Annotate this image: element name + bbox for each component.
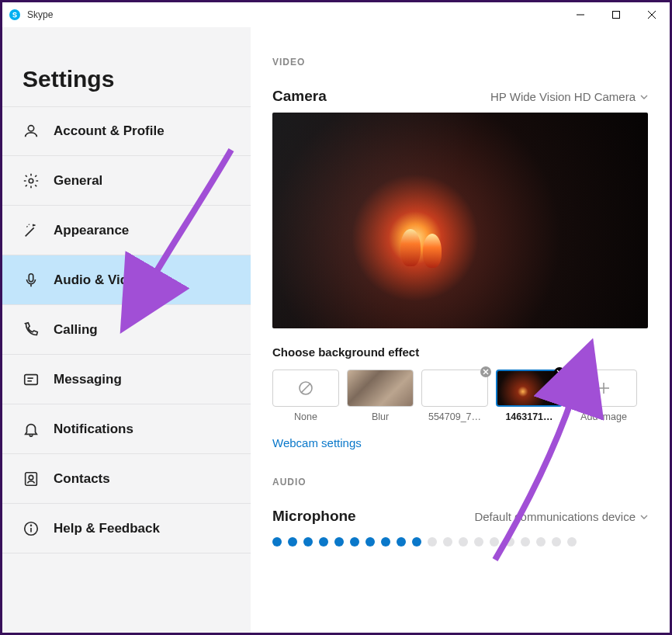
microphone-selector[interactable]: Default communications device bbox=[474, 510, 648, 523]
background-effect-option[interactable]: 1463171… bbox=[496, 370, 563, 422]
camera-preview bbox=[272, 113, 648, 328]
camera-selected-value: HP Wide Vision HD Camera bbox=[490, 90, 636, 103]
level-dot bbox=[536, 537, 546, 547]
webcam-settings-link[interactable]: Webcam settings bbox=[272, 436, 362, 449]
svg-rect-2 bbox=[613, 12, 620, 19]
plus-icon bbox=[570, 370, 637, 407]
svg-line-17 bbox=[301, 383, 310, 393]
sidebar-item-notifications[interactable]: Notifications bbox=[2, 404, 251, 454]
microphone-label: Microphone bbox=[272, 508, 356, 525]
level-dot bbox=[381, 537, 390, 547]
video-section-header: VIDEO bbox=[272, 57, 648, 68]
background-effect-option[interactable]: None bbox=[272, 370, 339, 422]
main-panel: VIDEO Camera HP Wide Vision HD Camera Ch… bbox=[251, 27, 670, 633]
sidebar-item-help-feedback[interactable]: Help & Feedback bbox=[2, 504, 251, 553]
close-button[interactable] bbox=[634, 2, 670, 27]
sidebar-item-label: Help & Feedback bbox=[54, 521, 160, 536]
bell-icon bbox=[23, 421, 40, 438]
level-dot bbox=[365, 537, 375, 547]
image-thumb bbox=[496, 370, 563, 407]
sidebar-item-label: Audio & Video bbox=[54, 272, 144, 288]
phone-icon bbox=[23, 321, 40, 338]
level-dot bbox=[272, 537, 282, 547]
svg-rect-11 bbox=[26, 472, 37, 485]
info-icon bbox=[23, 520, 40, 537]
camera-label: Camera bbox=[272, 88, 327, 105]
sidebar-item-audio-video[interactable]: Audio & Video bbox=[2, 255, 251, 305]
none-icon bbox=[272, 370, 339, 407]
level-dot bbox=[474, 537, 483, 547]
svg-point-12 bbox=[29, 475, 33, 480]
skype-logo-icon bbox=[9, 9, 21, 21]
svg-point-15 bbox=[31, 525, 32, 526]
level-dot bbox=[505, 537, 514, 547]
profile-icon bbox=[23, 123, 40, 140]
window-title: Skype bbox=[27, 9, 53, 20]
audio-section-header: AUDIO bbox=[272, 477, 648, 488]
title-bar: Skype bbox=[2, 2, 670, 27]
contacts-icon bbox=[23, 470, 40, 488]
level-dot bbox=[412, 537, 421, 547]
sidebar-item-label: Notifications bbox=[54, 422, 133, 437]
level-dot bbox=[397, 537, 406, 547]
remove-icon[interactable] bbox=[553, 366, 566, 379]
gear-icon bbox=[23, 172, 40, 189]
blur-thumb bbox=[347, 370, 414, 407]
chevron-down-icon bbox=[640, 90, 648, 103]
svg-point-6 bbox=[29, 179, 33, 183]
svg-rect-7 bbox=[29, 273, 33, 281]
svg-rect-8 bbox=[25, 374, 38, 384]
sidebar-item-account-profile[interactable]: Account & Profile bbox=[2, 106, 251, 156]
background-effect-option[interactable]: Blur bbox=[347, 370, 414, 422]
sidebar-item-label: Appearance bbox=[54, 223, 129, 238]
sidebar-item-contacts[interactable]: Contacts bbox=[2, 454, 251, 504]
microphone-icon bbox=[23, 272, 40, 289]
image-thumb bbox=[421, 370, 488, 407]
level-dot bbox=[521, 537, 530, 547]
sidebar-item-appearance[interactable]: Appearance bbox=[2, 206, 251, 255]
level-dot bbox=[428, 537, 437, 547]
sidebar-item-label: Calling bbox=[54, 322, 98, 338]
sidebar-item-label: General bbox=[54, 173, 102, 189]
effect-label: Add image bbox=[580, 411, 627, 422]
effect-label: None bbox=[294, 411, 317, 422]
background-effect-option[interactable]: 554709_7… bbox=[421, 370, 488, 422]
level-dot bbox=[459, 537, 468, 547]
level-dot bbox=[288, 537, 297, 547]
effect-label: 554709_7… bbox=[428, 411, 481, 422]
level-dot bbox=[319, 537, 328, 547]
sidebar: Settings Account & ProfileGeneralAppeara… bbox=[2, 27, 251, 633]
remove-icon[interactable] bbox=[480, 366, 492, 378]
settings-title: Settings bbox=[2, 66, 251, 106]
svg-point-5 bbox=[28, 126, 33, 131]
sidebar-item-label: Account & Profile bbox=[54, 123, 165, 139]
chevron-down-icon bbox=[640, 510, 648, 523]
effect-label: Blur bbox=[372, 411, 389, 422]
sidebar-item-label: Contacts bbox=[54, 471, 110, 487]
level-dot bbox=[350, 537, 359, 547]
sidebar-item-label: Messaging bbox=[54, 372, 122, 387]
level-dot bbox=[567, 537, 577, 547]
background-effect-option[interactable]: Add image bbox=[570, 370, 637, 422]
level-dot bbox=[303, 537, 313, 547]
microphone-level-meter bbox=[272, 537, 648, 547]
minimize-button[interactable] bbox=[563, 2, 598, 27]
camera-selector[interactable]: HP Wide Vision HD Camera bbox=[490, 90, 648, 103]
maximize-button[interactable] bbox=[598, 2, 634, 27]
level-dot bbox=[490, 537, 499, 547]
background-effect-label: Choose background effect bbox=[272, 345, 648, 359]
level-dot bbox=[552, 537, 561, 547]
sidebar-item-calling[interactable]: Calling bbox=[2, 305, 251, 355]
effect-label: 1463171… bbox=[505, 411, 552, 422]
level-dot bbox=[334, 537, 344, 547]
sidebar-item-messaging[interactable]: Messaging bbox=[2, 355, 251, 404]
sidebar-item-general[interactable]: General bbox=[2, 156, 251, 206]
message-icon bbox=[23, 371, 40, 388]
wand-icon bbox=[23, 222, 40, 239]
level-dot bbox=[443, 537, 452, 547]
microphone-selected-value: Default communications device bbox=[474, 510, 636, 523]
